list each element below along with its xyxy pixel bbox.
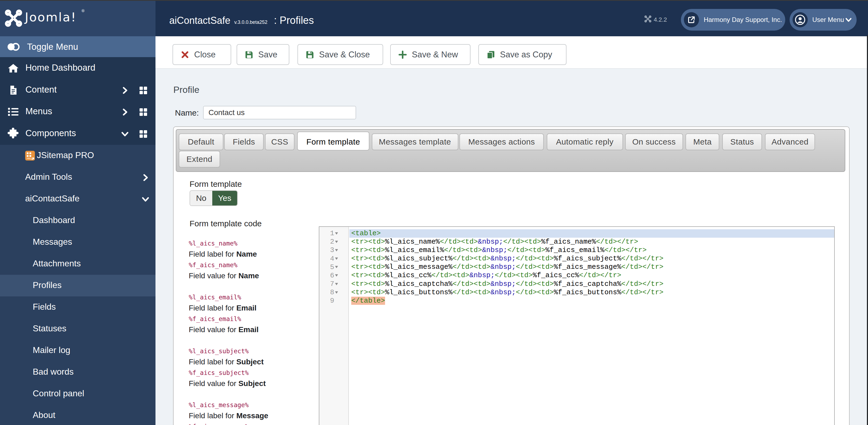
sidebar-item-messages[interactable]: Messages [0, 231, 155, 253]
tab-extend[interactable]: Extend [179, 151, 220, 168]
sidebar-components-menu: PROJSitemap PROAdmin ToolsaiContactSafeD… [0, 145, 155, 425]
close-button[interactable]: Close [173, 44, 231, 65]
admin-header: aiContactSafe v.3.0.0.beta252 : Profiles… [155, 0, 868, 36]
line-number: 9 [330, 297, 334, 305]
sidebar-item-about[interactable]: About [0, 405, 155, 425]
placeholder-code-line: %l_aics_message% [189, 399, 324, 410]
code-token: </td><td> [503, 238, 541, 246]
fold-arrow-icon[interactable] [334, 290, 338, 295]
code-token: </td><td> [516, 254, 554, 262]
component-version: v.3.0.0.beta252 [234, 4, 268, 40]
placeholder-code: %f_aics_message% [189, 423, 249, 425]
profile-name-input[interactable] [203, 106, 356, 119]
code-line-6: <tr><td>%l_aics_cc%</td><td>&nbsp;</td><… [349, 271, 834, 280]
fold-arrow-icon[interactable] [334, 256, 338, 261]
sidebar-item-home-dashboard[interactable]: Home Dashboard [0, 57, 155, 79]
sidebar-item-label: aiContactSafe [25, 194, 80, 204]
placeholder-description-text: Field value for [189, 379, 239, 388]
tab-messages-template[interactable]: Messages template [372, 134, 458, 150]
code-token: %f_aics_subject% [554, 254, 621, 262]
code-token: %f_aics_message% [554, 263, 621, 271]
code-token: %f_aics_name% [541, 238, 596, 246]
tab-form-template[interactable]: Form template [297, 132, 370, 150]
code-token: %l_aics_buttons% [385, 288, 453, 296]
sidebar-item-dashboard[interactable]: Dashboard [0, 210, 155, 231]
tab-default[interactable]: Default [179, 134, 223, 150]
fold-arrow-icon[interactable] [334, 264, 338, 270]
toggle-menu-button[interactable]: Toggle Menu [0, 36, 155, 57]
toggle-menu-label: Toggle Menu [27, 42, 78, 52]
tab-css[interactable]: CSS [265, 134, 294, 150]
placeholder-code-line: %l_aics_name% [189, 238, 324, 249]
fold-arrow-icon[interactable] [334, 273, 338, 278]
chevron-down-icon [121, 130, 129, 138]
code-token: </td></tr> [604, 246, 647, 254]
code-editor[interactable]: 123456789 <table><tr><td>%l_aics_name%</… [319, 226, 835, 425]
grid-icon[interactable] [140, 86, 147, 94]
puzzle-icon [7, 127, 20, 140]
switcher-yes-button[interactable]: Yes [212, 191, 237, 205]
logo-trademark: ® [81, 9, 85, 13]
placeholder-group: %l_aics_subject%Field label for Subject%… [189, 345, 324, 389]
window-right-edge [867, 35, 868, 425]
sidebar-item-control-panel[interactable]: Control panel [0, 383, 155, 405]
fold-arrow-icon[interactable] [334, 248, 338, 253]
close-icon [181, 50, 189, 59]
code-token: </td><td> [444, 246, 482, 254]
placeholder-code-line: %l_aics_email% [189, 291, 324, 303]
sidebar-item-fields[interactable]: Fields [0, 296, 155, 318]
sidebar-item-aicontactsafe[interactable]: aiContactSafe [0, 188, 155, 210]
save-new-button[interactable]: Save & New [390, 44, 470, 65]
editor-gutter: 123456789 [319, 227, 349, 425]
code-token: <tr><td> [351, 271, 385, 279]
copy-icon [487, 50, 495, 59]
sidebar-item-jsitemap-pro[interactable]: PROJSitemap PRO [0, 145, 155, 167]
gutter-line-2: 2 [319, 238, 348, 246]
code-token: </td><td> [453, 280, 490, 288]
line-number: 4 [330, 255, 334, 263]
plus-icon [398, 50, 407, 59]
code-token: &nbsp; [469, 271, 495, 279]
switcher-no-button[interactable]: No [190, 191, 212, 205]
sidebar-item-admin-tools[interactable]: Admin Tools [0, 167, 155, 188]
sidebar-item-bad-words[interactable]: Bad words [0, 361, 155, 383]
grid-icon[interactable] [140, 108, 147, 116]
code-token: %l_aics_email% [385, 246, 444, 254]
save-button[interactable]: Save [237, 44, 289, 65]
placeholder-group: %l_aics_message%Field label for Message%… [189, 399, 324, 425]
site-name-label: Harmony Day Support, Inc. [704, 16, 782, 24]
file-icon [7, 84, 20, 97]
sidebar-item-mailer-log[interactable]: Mailer log [0, 340, 155, 361]
placeholder-code: %l_aics_name% [189, 240, 238, 247]
tab-messages-actions[interactable]: Messages actions [459, 134, 544, 150]
fold-arrow-icon[interactable] [334, 231, 338, 236]
form-template-code-label: Form template code [190, 219, 262, 228]
tab-fields[interactable]: Fields [224, 134, 264, 150]
tab-advanced[interactable]: Advanced [765, 134, 815, 150]
sidebar-item-statuses[interactable]: Statuses [0, 318, 155, 340]
sidebar-item-attachments[interactable]: Attachments [0, 253, 155, 275]
placeholder-description-text: Field label for [189, 412, 236, 420]
site-link-button[interactable]: Harmony Day Support, Inc. [681, 9, 785, 31]
user-menu-button[interactable]: User Menu [789, 9, 857, 31]
code-token: &nbsp; [491, 280, 516, 288]
code-token: &nbsp; [478, 238, 503, 246]
placeholder-code-line: %f_aics_email% [189, 313, 324, 324]
save-as-copy-button[interactable]: Save as Copy [478, 44, 566, 65]
sidebar-item-profiles[interactable]: Profiles [0, 275, 155, 296]
tab-on-success[interactable]: On success [625, 134, 683, 150]
sidebar-item-menus[interactable]: Menus [0, 101, 155, 123]
fold-arrow-icon[interactable] [334, 281, 338, 287]
name-label: Name: [175, 108, 199, 117]
tab-automatic-reply[interactable]: Automatic reply [547, 134, 623, 150]
tab-status[interactable]: Status [722, 134, 762, 150]
tab-meta[interactable]: Meta [685, 134, 719, 150]
code-token: </td><td> [453, 288, 490, 296]
fold-arrow-icon[interactable] [334, 239, 338, 245]
form-template-label: Form template [190, 179, 242, 189]
code-token: </td><td> [516, 263, 554, 271]
save-close-button[interactable]: Save & Close [298, 44, 383, 65]
grid-icon[interactable] [140, 130, 147, 138]
sidebar-item-content[interactable]: Content [0, 79, 155, 101]
sidebar-item-components[interactable]: Components [0, 123, 155, 145]
